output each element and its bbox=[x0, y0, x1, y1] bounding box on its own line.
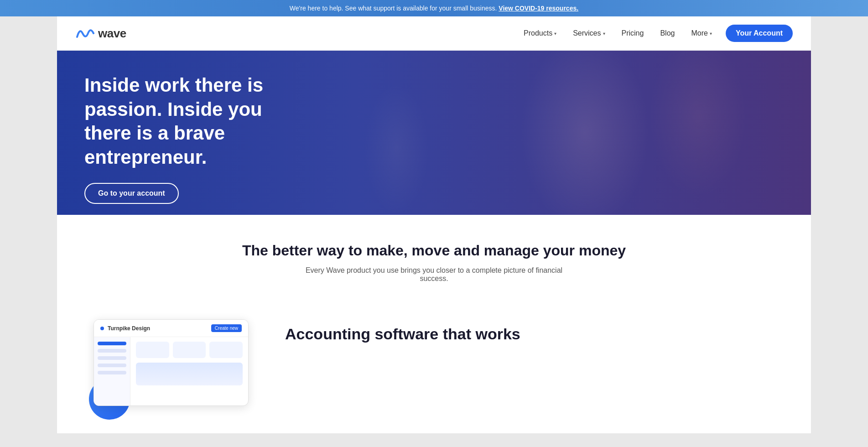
nav-item-services[interactable]: Services ▾ bbox=[567, 26, 611, 41]
nav-links: Products ▾ Services ▾ Pricing Blog More … bbox=[517, 25, 793, 42]
sidebar-mock-item-4 bbox=[98, 364, 126, 367]
product-text-area: Accounting software that works bbox=[285, 310, 784, 344]
dashboard-mockup: Turnpike Design Create new bbox=[94, 319, 249, 406]
dashboard-header: Turnpike Design Create new bbox=[94, 320, 248, 337]
announcement-text: We're here to help. See what support is … bbox=[290, 5, 497, 12]
value-prop-section: The better way to make, move and manage … bbox=[57, 215, 811, 301]
dashboard-stat-1 bbox=[136, 342, 169, 358]
navbar: wave Products ▾ Services ▾ Pricing Blog bbox=[57, 16, 811, 51]
nav-label-blog: Blog bbox=[660, 29, 675, 37]
dashboard-create-btn[interactable]: Create new bbox=[211, 324, 242, 332]
sidebar-mock-item-5 bbox=[98, 371, 126, 374]
dashboard-stat-2 bbox=[173, 342, 206, 358]
nav-label-products: Products bbox=[524, 29, 552, 37]
hero-content: Inside work there is passion. Inside you… bbox=[57, 51, 331, 215]
dashboard-sidebar bbox=[94, 337, 130, 405]
nav-item-blog[interactable]: Blog bbox=[654, 26, 681, 41]
product-illustration: Turnpike Design Create new bbox=[84, 310, 258, 415]
wave-logo-icon bbox=[75, 27, 94, 40]
dashboard-chart bbox=[136, 363, 243, 385]
nav-item-pricing[interactable]: Pricing bbox=[615, 26, 650, 41]
logo-text: wave bbox=[98, 26, 126, 41]
chevron-down-icon-services: ▾ bbox=[603, 31, 605, 36]
nav-label-more: More bbox=[691, 29, 707, 37]
value-prop-subtext: Every Wave product you use brings you cl… bbox=[297, 266, 571, 283]
chevron-down-icon-more: ▾ bbox=[710, 31, 712, 36]
hero-cta-button[interactable]: Go to your account bbox=[84, 183, 179, 204]
products-section: Turnpike Design Create new bbox=[57, 301, 811, 433]
dashboard-stat-row bbox=[136, 342, 243, 358]
nav-label-pricing: Pricing bbox=[622, 29, 644, 37]
value-prop-heading: The better way to make, move and manage … bbox=[75, 242, 793, 259]
announcement-link[interactable]: View COVID-19 resources. bbox=[499, 5, 578, 12]
chevron-down-icon: ▾ bbox=[554, 31, 556, 36]
wave-logo-svg bbox=[75, 27, 94, 40]
nav-label-services: Services bbox=[573, 29, 601, 37]
nav-item-more[interactable]: More ▾ bbox=[685, 26, 718, 41]
nav-item-products[interactable]: Products ▾ bbox=[517, 26, 563, 41]
logo-link[interactable]: wave bbox=[75, 26, 126, 41]
sidebar-mock-item-1 bbox=[98, 342, 126, 345]
sidebar-mock-item-3 bbox=[98, 356, 126, 360]
sidebar-mock-item-2 bbox=[98, 349, 126, 353]
accounting-heading: Accounting software that works bbox=[285, 324, 784, 344]
dashboard-stat-3 bbox=[209, 342, 243, 358]
dashboard-body bbox=[94, 337, 248, 405]
dashboard-company-name: Turnpike Design bbox=[108, 325, 150, 332]
your-account-button[interactable]: Your Account bbox=[726, 25, 793, 42]
hero-section: Inside work there is passion. Inside you… bbox=[57, 51, 811, 215]
hero-heading: Inside work there is passion. Inside you… bbox=[84, 73, 303, 169]
dashboard-main bbox=[130, 337, 248, 405]
announcement-banner: We're here to help. See what support is … bbox=[0, 0, 868, 16]
